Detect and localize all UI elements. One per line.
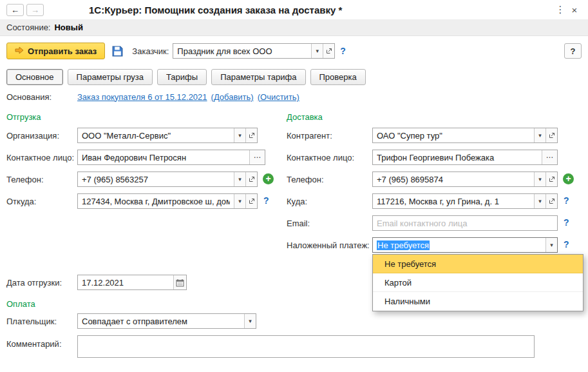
status-bar: Состояние: Новый [0, 19, 588, 36]
from-address-help-icon[interactable]: ? [263, 195, 269, 206]
cod-option-not-required[interactable]: Не требуется [373, 255, 583, 273]
customer-help-icon[interactable]: ? [340, 46, 346, 56]
from-address-open-icon[interactable] [245, 194, 257, 208]
shipment-phone-open-icon[interactable] [245, 172, 257, 186]
counterparty-label: Контрагент: [287, 131, 332, 141]
organization-dropdown-icon[interactable]: ▾ [234, 128, 245, 142]
to-address-help-icon[interactable]: ? [564, 195, 569, 206]
cod-option-cash[interactable]: Наличными [373, 292, 583, 311]
customer-combobox: ▾ [173, 43, 335, 59]
delivery-contact-ellipsis-icon[interactable]: … [542, 150, 557, 164]
help-button[interactable]: ? [564, 43, 582, 59]
close-icon[interactable]: × [567, 5, 582, 15]
from-address-input[interactable] [78, 194, 234, 208]
shipment-phone-label: Телефон: [6, 175, 44, 184]
back-button[interactable]: ← [6, 4, 24, 16]
shipment-contact-label: Контактное лицо: [6, 153, 74, 162]
to-address-dropdown-icon[interactable]: ▾ [534, 194, 545, 208]
titlebar: ← → 1С:Курьер: Помощник создания заказа … [0, 0, 588, 19]
shipment-phone-dropdown-icon[interactable]: ▾ [234, 172, 245, 186]
basis-order-link[interactable]: Заказ покупателя 6 от 15.12.2021 [77, 92, 207, 102]
to-address-open-icon[interactable] [545, 194, 557, 208]
form-area: Отгрузка Доставка Организация: ▾ Контраг… [0, 106, 588, 372]
counterparty-dropdown-icon[interactable]: ▾ [534, 128, 545, 142]
customer-dropdown-icon[interactable]: ▾ [311, 44, 323, 58]
customer-input[interactable] [173, 44, 311, 58]
from-address-dropdown-icon[interactable]: ▾ [234, 194, 245, 208]
basis-row: Основания: Заказ покупателя 6 от 15.12.2… [0, 88, 588, 106]
cod-combobox: Не требуется ▾ [372, 237, 558, 253]
tab-check[interactable]: Проверка [310, 69, 366, 85]
email-help-icon[interactable]: ? [564, 217, 569, 228]
cod-value[interactable]: Не требуется [373, 238, 545, 252]
cod-option-card[interactable]: Картой [373, 273, 583, 292]
payer-dropdown-icon[interactable]: ▾ [244, 314, 256, 328]
send-order-button[interactable]: Отправить заказ [6, 43, 105, 59]
to-label: Куда: [287, 197, 307, 206]
counterparty-open-icon[interactable] [545, 128, 557, 142]
cod-label: Наложенный платеж: [287, 240, 370, 250]
delivery-phone-dropdown-icon[interactable]: ▾ [534, 172, 545, 186]
delivery-contact-field: … [372, 150, 558, 165]
email-field[interactable] [372, 215, 558, 231]
organization-open-icon[interactable] [245, 128, 257, 142]
forward-button[interactable]: → [26, 4, 44, 16]
payer-combobox: ▾ [77, 313, 256, 329]
send-order-label: Отправить заказ [28, 46, 97, 56]
tab-bar: Основное Параметры груза Тарифы Параметр… [0, 66, 588, 88]
from-address-combobox: ▾ [77, 193, 258, 209]
window-title: 1С:Курьер: Помощник создания заказа на д… [89, 5, 342, 15]
from-label: Откуда: [6, 197, 36, 206]
basis-clear-link[interactable]: (Очистить) [258, 92, 299, 102]
shipment-phone-combobox: ▾ [77, 171, 258, 187]
tab-tariffs[interactable]: Тарифы [157, 69, 207, 85]
to-address-combobox: ▾ [372, 193, 558, 209]
comment-field[interactable] [77, 335, 535, 358]
ship-date-input[interactable] [78, 275, 173, 289]
toolbar: Отправить заказ Заказчик: ▾ ? ? [0, 36, 588, 66]
section-shipment: Отгрузка [6, 112, 41, 122]
cod-dropdown-icon[interactable]: ▾ [545, 238, 557, 252]
delivery-phone-input[interactable] [373, 172, 534, 186]
section-payment: Оплата [6, 299, 35, 309]
delivery-contact-input[interactable] [373, 150, 542, 164]
ship-date-field [77, 275, 187, 290]
shipment-contact-ellipsis-icon[interactable]: … [249, 150, 265, 164]
delivery-phone-label: Телефон: [287, 175, 324, 184]
ship-date-label: Дата отгрузки: [6, 278, 62, 288]
basis-add-link[interactable]: (Добавить) [211, 92, 254, 102]
customer-label: Заказчик: [132, 46, 169, 56]
save-icon[interactable] [109, 43, 126, 59]
delivery-phone-open-icon[interactable] [545, 172, 557, 186]
more-menu-icon[interactable]: ⋮ [553, 4, 567, 15]
to-address-input[interactable] [373, 194, 534, 208]
cod-help-icon[interactable]: ? [564, 239, 569, 250]
send-icon [15, 46, 24, 57]
status-value: Новый [54, 23, 82, 32]
tab-main[interactable]: Основное [6, 69, 63, 85]
shipment-phone-input[interactable] [78, 172, 234, 186]
app-window: ← → 1С:Курьер: Помощник создания заказа … [0, 0, 588, 372]
comment-label: Комментарий: [6, 339, 62, 349]
calendar-icon[interactable] [173, 275, 186, 289]
delivery-add-phone-icon[interactable]: + [563, 173, 574, 184]
cod-dropdown-list: Не требуется Картой Наличными [372, 254, 583, 311]
email-label: Email: [287, 219, 310, 228]
tab-cargo-params[interactable]: Параметры груза [68, 69, 153, 85]
shipment-contact-field: … [77, 150, 265, 165]
counterparty-input[interactable] [373, 128, 534, 142]
delivery-phone-combobox: ▾ [372, 171, 558, 187]
shipment-add-phone-icon[interactable]: + [263, 173, 274, 184]
organization-label: Организация: [6, 131, 59, 141]
shipment-contact-input[interactable] [78, 150, 249, 164]
status-label: Состояние: [6, 23, 50, 32]
payer-input[interactable] [78, 314, 244, 328]
organization-input[interactable] [78, 128, 234, 142]
customer-open-icon[interactable] [323, 44, 334, 58]
section-delivery: Доставка [287, 112, 323, 122]
payer-label: Плательщик: [6, 317, 57, 326]
organization-combobox: ▾ [77, 128, 258, 143]
tab-tariff-params[interactable]: Параметры тарифа [211, 69, 305, 85]
delivery-contact-label: Контактное лицо: [287, 153, 354, 162]
basis-label: Основания: [6, 92, 77, 102]
